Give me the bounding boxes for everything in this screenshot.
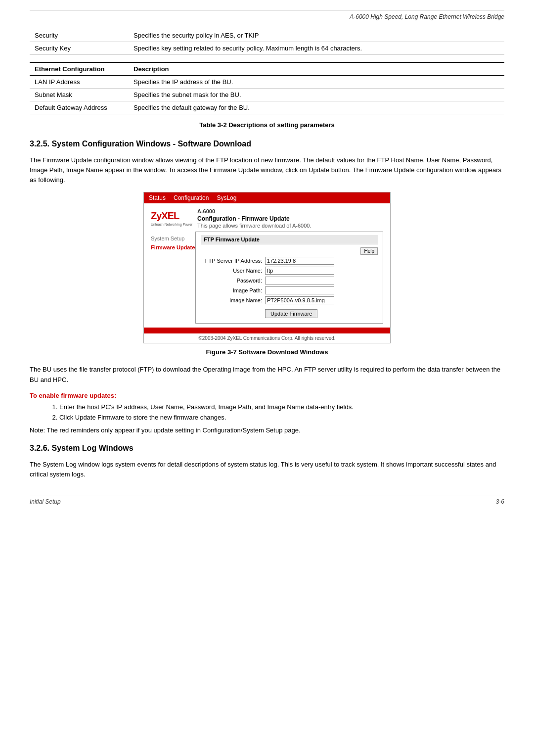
page-desc-label: This page allows firmware download of A-…: [197, 223, 383, 229]
zyxel-logo: ZyXEL Unleash Networking Power: [151, 208, 195, 229]
screenshot-header: ZyXEL Unleash Networking Power A-6000 Co…: [144, 203, 390, 229]
screenshot-nav-area: System SetupFirmware Update FTP Firmware…: [144, 229, 390, 324]
table-cell: Default Gateway Address: [30, 101, 129, 114]
screenshot-copyright: ©2003-2004 ZyXEL Communications Corp. Al…: [144, 333, 390, 343]
topbar-item[interactable]: SysLog: [217, 194, 236, 201]
form-row: Image Path:: [201, 286, 378, 294]
table-cell: Specifies key setting related to securit…: [129, 42, 504, 55]
form-row: Password:: [201, 277, 378, 284]
section-body2: The BU uses the file transfer protocol (…: [30, 365, 504, 384]
list-item: Enter the host PC's IP address, User Nam…: [59, 402, 504, 413]
security-table: SecuritySpecifies the security policy in…: [30, 29, 504, 55]
table-cell: Specifies the IP address of the BU.: [129, 76, 504, 89]
footer-left: Initial Setup: [30, 498, 61, 505]
instruction-list: Enter the host PC's IP address, User Nam…: [59, 402, 504, 423]
screenshot-topbar: StatusConfigurationSysLog: [144, 192, 390, 203]
model-label: A-6000: [197, 208, 383, 214]
screenshot-box: StatusConfigurationSysLog ZyXEL Unleash …: [143, 192, 391, 343]
table-row: Security KeySpecifies key setting relate…: [30, 42, 504, 55]
table-row: Default Gateway AddressSpecifies the def…: [30, 101, 504, 114]
nav-sidebar: System SetupFirmware Update: [151, 232, 195, 324]
eth-table-header-col2: Description: [129, 62, 504, 76]
page-header: A-6000 High Speed, Long Range Ethernet W…: [30, 10, 504, 20]
table-caption: Table 3-2 Descriptions of setting parame…: [30, 121, 504, 129]
form-panel: FTP Firmware Update Help FTP Server IP A…: [195, 232, 383, 324]
topbar-item[interactable]: Configuration: [174, 194, 209, 201]
table-cell: Security Key: [30, 42, 129, 55]
table-cell: Specifies the default gateway for the BU…: [129, 101, 504, 114]
table-cell: Specifies the security policy in AES, or…: [129, 29, 504, 42]
section-326-heading: 3.2.6. System Log Windows: [30, 444, 504, 453]
form-label: User Name:: [201, 268, 265, 274]
table-cell: LAN IP Address: [30, 76, 129, 89]
instruction-heading: To enable firmware updates:: [30, 392, 504, 399]
form-input[interactable]: [265, 267, 334, 275]
screenshot-footer-bar: [144, 328, 390, 333]
sidebar-item[interactable]: System Setup: [151, 236, 195, 241]
section-325-body: The Firmware Update configuration window…: [30, 155, 504, 185]
form-input[interactable]: [265, 296, 334, 304]
form-input[interactable]: [265, 257, 334, 265]
ethernet-config-table: Ethernet Configuration Description LAN I…: [30, 62, 504, 114]
note-text: Note: The red reminders only appear if y…: [30, 426, 504, 434]
form-label: FTP Server IP Address:: [201, 258, 265, 264]
logo-text: ZyXEL: [151, 210, 195, 222]
page-footer: Initial Setup 3-6: [30, 495, 504, 505]
form-row: Image Name:: [201, 296, 378, 304]
list-item: Click Update Firmware to store the new f…: [59, 413, 504, 423]
table-row: LAN IP AddressSpecifies the IP address o…: [30, 76, 504, 89]
eth-table-header-col1: Ethernet Configuration: [30, 62, 129, 76]
form-row: FTP Server IP Address:: [201, 257, 378, 265]
table-row: Subnet MaskSpecifies the subnet mask for…: [30, 89, 504, 101]
table-cell: Specifies the subnet mask for the BU.: [129, 89, 504, 101]
table-cell: Subnet Mask: [30, 89, 129, 101]
form-input[interactable]: [265, 286, 334, 294]
zyxel-header-right: A-6000 Configuration - Firmware Update T…: [195, 208, 383, 229]
help-button[interactable]: Help: [360, 247, 378, 255]
table-row: SecuritySpecifies the security policy in…: [30, 29, 504, 42]
update-firmware-button[interactable]: Update Firmware: [265, 309, 317, 318]
page-title-label: Configuration - Firmware Update: [197, 215, 383, 222]
header-title: A-6000 High Speed, Long Range Ethernet W…: [350, 13, 504, 20]
sidebar-item[interactable]: Firmware Update: [151, 244, 195, 250]
logo-sub: Unleash Networking Power: [151, 223, 195, 227]
table-cell: Security: [30, 29, 129, 42]
form-label: Password:: [201, 278, 265, 284]
form-input[interactable]: [265, 277, 334, 284]
form-label: Image Name:: [201, 297, 265, 303]
figure-caption: Figure 3-7 Software Download Windows: [30, 348, 504, 356]
form-label: Image Path:: [201, 287, 265, 293]
form-panel-title: FTP Firmware Update: [201, 235, 378, 244]
topbar-item[interactable]: Status: [149, 194, 166, 201]
section-326-body: The System Log window logs system events…: [30, 460, 504, 479]
section-325-heading: 3.2.5. System Configuration Windows - So…: [30, 140, 504, 148]
footer-right: 3-6: [496, 498, 504, 505]
form-row: User Name:: [201, 267, 378, 275]
